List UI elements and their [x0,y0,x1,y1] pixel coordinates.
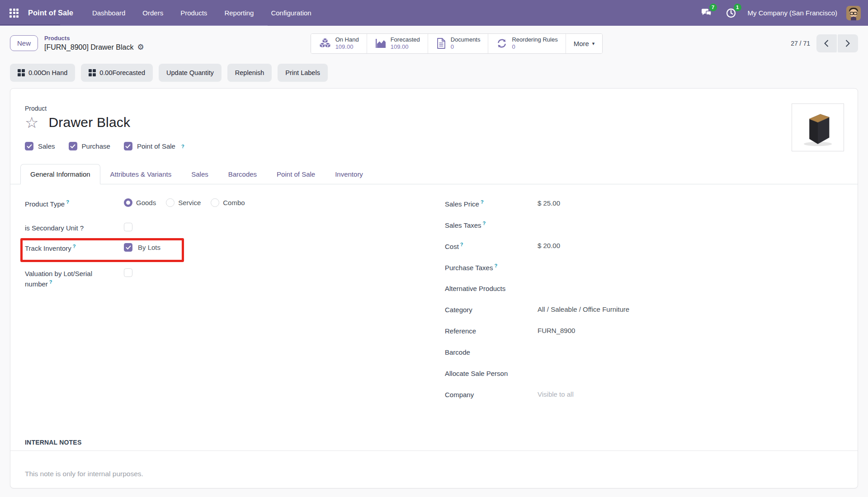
breadcrumb-current: [FURN_8900] Drawer Black [44,42,133,52]
menu-reporting[interactable]: Reporting [218,5,260,20]
field-track-inventory: Track Inventory? By Lots [25,241,445,264]
field-reference: Reference FURN_8900 [445,324,671,346]
menu-orders[interactable]: Orders [136,5,170,20]
document-icon [436,38,447,49]
help-icon: ? [460,242,463,247]
tab-point-of-sale[interactable]: Point of Sale [267,164,325,184]
field-sales-price: Sales Price? $ 25.00 [445,197,671,218]
stat-forecasted-button[interactable]: Forecasted 109.00 [367,34,428,53]
radio-icon[interactable] [166,198,175,207]
checkbox-checked-icon[interactable] [69,142,77,150]
user-avatar[interactable] [846,6,861,20]
favorite-star-icon[interactable]: ☆ [25,115,38,130]
menu-configuration[interactable]: Configuration [264,5,317,20]
category-value[interactable]: All / Saleable / Office Furniture [538,305,629,314]
flag-purchase[interactable]: Purchase [69,142,110,150]
radio-service[interactable]: Service [166,198,201,207]
activities-button[interactable]: 1 [723,5,739,21]
chevron-down-icon: ▾ [592,41,595,47]
flag-point-of-sale[interactable]: Point of Sale ? [124,142,184,150]
stat-label: Forecasted [391,36,420,43]
checkbox-checked-icon[interactable] [124,142,132,150]
print-labels-button[interactable]: Print Labels [278,64,328,82]
radio-selected-icon[interactable] [124,198,132,207]
cost-value[interactable]: $ 20.00 [538,241,560,250]
stat-label: Reordering Rules [512,36,557,43]
avatar-image [846,6,861,20]
field-alternative-products: Alternative Products [445,282,671,303]
pager-next-button[interactable] [838,34,858,52]
main-menu: Dashboard Orders Products Reporting Conf… [86,5,318,20]
refresh-icon [496,38,508,49]
tab-general-information[interactable]: General Information [20,164,100,184]
tab-inventory[interactable]: Inventory [325,164,373,184]
new-button[interactable]: New [10,35,38,51]
stat-label: On Hand [335,36,359,43]
product-form-card: Product ☆ Drawer Black Sales Purchase [10,88,858,488]
internal-notes-input[interactable]: This note is only for internal purposes. [25,470,843,478]
replenish-button[interactable]: Replenish [227,64,272,82]
field-category: Category All / Saleable / Office Furnitu… [445,303,671,324]
grid-icon [18,69,25,76]
checkbox-checked-icon[interactable] [124,243,132,252]
help-icon: ? [481,199,484,205]
product-title[interactable]: Drawer Black [48,115,130,130]
field-is-secondary-unit: is Secondary Unit ? [25,221,445,241]
field-purchase-taxes: Purchase Taxes? [445,261,671,282]
messages-button[interactable]: 7 [699,5,714,21]
chevron-right-icon [845,39,850,47]
company-value[interactable]: Visible to all [538,389,574,399]
form-status-buttons: 0.00On Hand 0.00Forecasted Update Quanti… [0,61,868,82]
control-panel: New Products [FURN_8900] Drawer Black ⚙ … [0,26,868,61]
tab-attributes-variants[interactable]: Attributes & Variants [100,164,182,184]
help-icon: ? [66,199,69,205]
track-inventory-value[interactable]: By Lots [138,243,160,252]
checkbox-checked-icon[interactable] [25,142,33,150]
app-title[interactable]: Point of Sale [28,9,73,17]
radio-goods[interactable]: Goods [124,198,156,207]
internal-notes-section: INTERNAL NOTES This note is only for int… [25,438,843,478]
product-image[interactable] [792,103,844,151]
stat-reordering-rules-button[interactable]: Reordering Rules 0 [488,34,566,53]
on-hand-smart-button[interactable]: 0.00On Hand [10,64,75,82]
help-icon: ? [494,263,497,268]
pager-previous-button[interactable] [816,34,837,52]
field-company: Company Visible to all [445,388,671,409]
product-availability-flags: Sales Purchase Point of Sale ? [25,142,843,150]
stat-value: 0 [512,43,515,51]
reference-value[interactable]: FURN_8900 [538,326,575,335]
sales-price-value[interactable]: $ 25.00 [538,198,560,208]
radio-combo[interactable]: Combo [211,198,245,207]
chevron-left-icon [824,39,829,47]
internal-notes-title: INTERNAL NOTES [25,439,81,446]
forecasted-smart-button[interactable]: 0.00Forecasted [81,64,153,82]
breadcrumb: Products [FURN_8900] Drawer Black ⚙ [44,34,144,52]
radio-icon[interactable] [211,198,219,207]
checkbox-unchecked-icon[interactable] [124,268,132,277]
stat-documents-button[interactable]: Documents 0 [428,34,489,53]
tab-barcodes[interactable]: Barcodes [218,164,267,184]
stat-value: 109.00 [335,43,354,51]
general-information-panel: Product Type? Goods Service Combo [25,197,843,409]
menu-products[interactable]: Products [174,5,213,20]
grid-icon [89,69,96,76]
area-chart-icon [375,38,387,49]
more-button[interactable]: More ▾ [566,34,603,53]
stat-on-hand-button[interactable]: On Hand 109.00 [311,34,367,53]
field-product-type: Product Type? Goods Service Combo [25,197,445,221]
flag-sales[interactable]: Sales [25,142,55,150]
product-section-label: Product [25,105,843,112]
gear-icon[interactable]: ⚙ [137,43,144,51]
menu-dashboard[interactable]: Dashboard [86,5,132,20]
help-icon: ? [483,220,486,226]
apps-grid-icon[interactable] [6,5,22,21]
breadcrumb-products-link[interactable]: Products [44,34,144,42]
checkbox-unchecked-icon[interactable] [124,223,132,231]
drawer-image [795,106,840,149]
help-icon: ? [73,244,76,249]
nav-progress-line [0,25,268,26]
tab-sales[interactable]: Sales [181,164,218,184]
stat-value: 0 [451,43,454,51]
update-quantity-button[interactable]: Update Quantity [159,64,222,82]
company-switcher[interactable]: My Company (San Francisco) [748,9,837,17]
